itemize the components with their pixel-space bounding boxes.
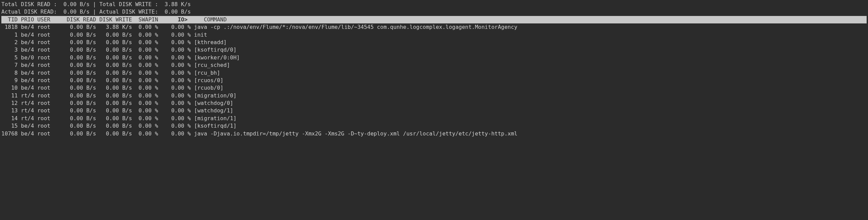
cell-disk-read: 0.00 B/s xyxy=(50,77,96,84)
header-io-sort[interactable]: IO> xyxy=(158,16,191,23)
process-row[interactable]: 10be/4root0.00 B/s0.00 B/s0.00 %0.00 %[r… xyxy=(1,84,867,92)
cell-user: root xyxy=(34,69,50,77)
divider-icon: | xyxy=(90,8,99,16)
actual-write-label: Actual DISK WRITE: xyxy=(99,8,161,16)
cell-swapin: 0.00 % xyxy=(132,61,158,69)
header-prio[interactable]: PRIO xyxy=(18,16,34,23)
process-row[interactable]: 2be/4root0.00 B/s0.00 B/s0.00 %0.00 %[kt… xyxy=(1,39,867,46)
cell-tid: 1818 xyxy=(1,23,18,31)
cell-user: root xyxy=(34,130,50,138)
cell-disk-write: 0.00 B/s xyxy=(96,130,132,138)
cell-io: 0.00 % xyxy=(158,77,191,84)
cell-disk-read: 0.00 B/s xyxy=(50,84,96,92)
process-row[interactable]: 1be/4root0.00 B/s0.00 B/s0.00 %0.00 %ini… xyxy=(1,31,867,39)
cell-user: root xyxy=(34,54,50,61)
summary-actual-line: Actual DISK READ: 0.00 B/s | Actual DISK… xyxy=(1,8,867,16)
total-write-label: Total DISK WRITE : xyxy=(99,1,161,8)
total-write-value: 3.88 K/s xyxy=(161,1,191,8)
process-row[interactable]: 10768be/4root0.00 B/s0.00 B/s0.00 %0.00 … xyxy=(1,130,867,138)
cell-command: java -cp .:/nova/env/Flume/*:/nova/env/F… xyxy=(191,23,867,31)
cell-disk-read: 0.00 B/s xyxy=(50,54,96,61)
cell-prio: be/4 xyxy=(18,23,34,31)
cell-user: root xyxy=(34,23,50,31)
cell-user: root xyxy=(34,77,50,84)
header-tid[interactable]: TID xyxy=(1,16,18,23)
cell-io: 0.00 % xyxy=(158,107,191,114)
cell-disk-read: 0.00 B/s xyxy=(50,130,96,138)
cell-command: init xyxy=(191,31,867,39)
cell-io: 0.00 % xyxy=(158,61,191,69)
cell-prio: rt/4 xyxy=(18,107,34,114)
cell-user: root xyxy=(34,39,50,46)
cell-io: 0.00 % xyxy=(158,115,191,122)
cell-user: root xyxy=(34,46,50,54)
cell-disk-read: 0.00 B/s xyxy=(50,115,96,122)
cell-prio: be/4 xyxy=(18,130,34,138)
cell-disk-read: 0.00 B/s xyxy=(50,107,96,114)
header-disk-write[interactable]: DISK WRITE xyxy=(96,16,132,23)
cell-disk-write: 0.00 B/s xyxy=(96,115,132,122)
total-read-label: Total DISK READ : xyxy=(1,1,60,8)
header-disk-read[interactable]: DISK READ xyxy=(50,16,96,23)
actual-read-value: 0.00 B/s xyxy=(60,8,90,16)
cell-disk-read: 0.00 B/s xyxy=(50,31,96,39)
process-row[interactable]: 13rt/4root0.00 B/s0.00 B/s0.00 %0.00 %[w… xyxy=(1,107,867,114)
process-row[interactable]: 7be/4root0.00 B/s0.00 B/s0.00 %0.00 %[rc… xyxy=(1,61,867,69)
cell-prio: rt/4 xyxy=(18,92,34,99)
cell-prio: be/4 xyxy=(18,122,34,130)
cell-disk-read: 0.00 B/s xyxy=(50,61,96,69)
column-header-row[interactable]: TID PRIO USER DISK READ DISK WRITE SWAPI… xyxy=(1,16,867,23)
header-swapin[interactable]: SWAPIN xyxy=(132,16,158,23)
cell-prio: rt/4 xyxy=(18,115,34,122)
cell-tid: 5 xyxy=(1,54,18,61)
cell-io: 0.00 % xyxy=(158,84,191,92)
cell-prio: rt/4 xyxy=(18,99,34,107)
cell-tid: 12 xyxy=(1,99,18,107)
cell-disk-write: 0.00 B/s xyxy=(96,31,132,39)
cell-swapin: 0.00 % xyxy=(132,23,158,31)
cell-io: 0.00 % xyxy=(158,69,191,77)
cell-user: root xyxy=(34,115,50,122)
process-row[interactable]: 12rt/4root0.00 B/s0.00 B/s0.00 %0.00 %[w… xyxy=(1,99,867,107)
cell-prio: be/4 xyxy=(18,39,34,46)
cell-io: 0.00 % xyxy=(158,122,191,130)
cell-prio: be/4 xyxy=(18,61,34,69)
cell-io: 0.00 % xyxy=(158,54,191,61)
cell-tid: 11 xyxy=(1,92,18,99)
cell-tid: 14 xyxy=(1,115,18,122)
process-row[interactable]: 15be/4root0.00 B/s0.00 B/s0.00 %0.00 %[k… xyxy=(1,122,867,130)
header-user[interactable]: USER xyxy=(34,16,50,23)
summary-total-line: Total DISK READ : 0.00 B/s | Total DISK … xyxy=(1,1,867,8)
cell-swapin: 0.00 % xyxy=(132,84,158,92)
process-row[interactable]: 3be/4root0.00 B/s0.00 B/s0.00 %0.00 %[ks… xyxy=(1,46,867,54)
total-read-value: 0.00 B/s xyxy=(60,1,90,8)
process-row[interactable]: 1818be/4root0.00 B/s3.88 K/s0.00 %0.00 %… xyxy=(1,23,867,31)
cell-tid: 1 xyxy=(1,31,18,39)
cell-io: 0.00 % xyxy=(158,92,191,99)
cell-tid: 15 xyxy=(1,122,18,130)
header-command[interactable]: COMMAND xyxy=(191,16,867,23)
process-row[interactable]: 5be/0root0.00 B/s0.00 B/s0.00 %0.00 %[kw… xyxy=(1,54,867,61)
cell-disk-read: 0.00 B/s xyxy=(50,99,96,107)
cell-swapin: 0.00 % xyxy=(132,99,158,107)
cell-command: [ksoftirqd/0] xyxy=(191,46,867,54)
cell-swapin: 0.00 % xyxy=(132,92,158,99)
cell-io: 0.00 % xyxy=(158,31,191,39)
process-row[interactable]: 9be/4root0.00 B/s0.00 B/s0.00 %0.00 %[rc… xyxy=(1,77,867,84)
cell-tid: 9 xyxy=(1,77,18,84)
cell-user: root xyxy=(34,92,50,99)
cell-disk-write: 3.88 K/s xyxy=(96,23,132,31)
cell-disk-read: 0.00 B/s xyxy=(50,69,96,77)
cell-command: [rcuos/0] xyxy=(191,77,867,84)
cell-disk-write: 0.00 B/s xyxy=(96,54,132,61)
cell-io: 0.00 % xyxy=(158,39,191,46)
cell-io: 0.00 % xyxy=(158,99,191,107)
cell-command: [ksoftirqd/1] xyxy=(191,122,867,130)
process-row[interactable]: 11rt/4root0.00 B/s0.00 B/s0.00 %0.00 %[m… xyxy=(1,92,867,99)
cell-prio: be/4 xyxy=(18,77,34,84)
cell-user: root xyxy=(34,84,50,92)
process-row[interactable]: 14rt/4root0.00 B/s0.00 B/s0.00 %0.00 %[m… xyxy=(1,115,867,122)
cell-tid: 2 xyxy=(1,39,18,46)
process-row[interactable]: 8be/4root0.00 B/s0.00 B/s0.00 %0.00 %[rc… xyxy=(1,69,867,77)
cell-user: root xyxy=(34,31,50,39)
